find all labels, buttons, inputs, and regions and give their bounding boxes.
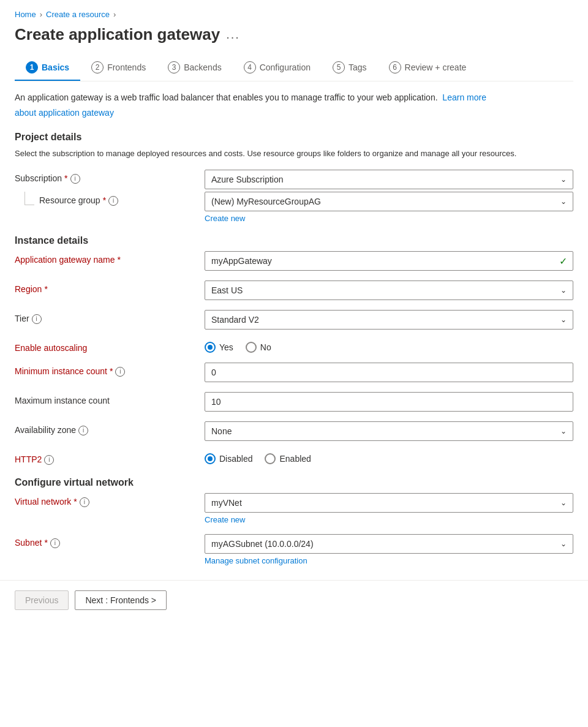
previous-button[interactable]: Previous — [15, 590, 69, 610]
subnet-dropdown[interactable]: myAGSubnet (10.0.0.0/24) ⌄ — [205, 534, 573, 554]
tier-info-icon[interactable]: i — [32, 314, 42, 324]
virtual-network-info-icon[interactable]: i — [80, 497, 89, 507]
autoscaling-yes-label: Yes — [219, 342, 233, 352]
virtual-network-required: * — [74, 497, 77, 507]
breadcrumb: Home › Create a resource › — [15, 10, 573, 19]
tab-tags[interactable]: 5 Tags — [322, 55, 378, 81]
max-instance-row: Maximum instance count — [15, 392, 573, 412]
virtual-network-dropdown-arrow: ⌄ — [560, 499, 567, 507]
learn-more-link[interactable]: Learn more — [442, 92, 486, 102]
region-label: Region — [15, 284, 42, 294]
region-dropdown[interactable]: East US ⌄ — [205, 281, 573, 300]
tier-value: Standard V2 — [211, 315, 259, 325]
resource-group-control: (New) MyResourceGroupAG ⌄ Create new — [205, 192, 573, 223]
autoscaling-yes-radio[interactable]: Yes — [205, 342, 233, 353]
autoscaling-yes-circle — [205, 342, 216, 353]
app-gateway-name-required: * — [117, 255, 120, 265]
availability-zone-dropdown-arrow: ⌄ — [560, 427, 567, 435]
max-instance-input[interactable] — [205, 392, 573, 412]
autoscaling-label-col: Enable autoscaling — [15, 339, 205, 353]
manage-subnet-link[interactable]: Manage subnet configuration — [205, 556, 307, 565]
resource-group-info-icon[interactable]: i — [108, 196, 118, 206]
availability-zone-dropdown[interactable]: None ⌄ — [205, 421, 573, 441]
app-gateway-name-control: ✓ — [205, 251, 573, 271]
min-instance-info-icon[interactable]: i — [115, 367, 125, 377]
http2-label-col: HTTP2 i — [15, 451, 205, 465]
http2-enabled-radio[interactable]: Enabled — [265, 453, 311, 464]
min-instance-row: Minimum instance count * i — [15, 363, 573, 382]
subscription-dropdown[interactable]: Azure Subscription ⌄ — [205, 170, 573, 189]
http2-disabled-radio[interactable]: Disabled — [205, 453, 252, 464]
min-instance-input[interactable] — [205, 363, 573, 382]
autoscaling-no-radio[interactable]: No — [246, 342, 271, 353]
max-instance-control — [205, 392, 573, 412]
max-instance-label: Maximum instance count — [15, 396, 110, 405]
tab-backends[interactable]: 3 Backends — [157, 55, 232, 81]
subnet-label: Subnet — [15, 538, 42, 548]
subnet-control: myAGSubnet (10.0.0.0/24) ⌄ Manage subnet… — [205, 534, 573, 565]
http2-row: HTTP2 i Disabled Enabled — [15, 451, 573, 465]
create-new-vnet-link[interactable]: Create new — [205, 515, 245, 524]
tab-tags-label: Tags — [349, 62, 367, 72]
tab-review-create[interactable]: 6 Review + create — [378, 55, 478, 81]
http2-enabled-label: Enabled — [279, 454, 311, 464]
instance-details-heading: Instance details — [15, 235, 573, 246]
resource-group-required: * — [103, 195, 106, 205]
availability-zone-label-col: Availability zone i — [15, 421, 205, 435]
tier-row: Tier i Standard V2 ⌄ — [15, 310, 573, 330]
region-row: Region * East US ⌄ — [15, 281, 573, 300]
breadcrumb-home[interactable]: Home — [15, 10, 36, 19]
tab-frontends[interactable]: 2 Frontends — [80, 55, 157, 81]
resource-group-label-inner: Resource group * i — [39, 195, 118, 206]
breadcrumb-create-resource[interactable]: Create a resource — [46, 10, 110, 19]
page-title-menu[interactable]: ... — [226, 28, 240, 42]
subscription-info-icon[interactable]: i — [70, 174, 80, 184]
breadcrumb-sep1: › — [40, 10, 42, 19]
project-details-desc: Select the subscription to manage deploy… — [15, 148, 573, 160]
tab-basics-label: Basics — [42, 62, 69, 72]
app-gateway-name-input[interactable] — [205, 251, 573, 271]
max-instance-label-col: Maximum instance count — [15, 392, 205, 405]
tier-control: Standard V2 ⌄ — [205, 310, 573, 330]
region-control: East US ⌄ — [205, 281, 573, 300]
region-dropdown-arrow: ⌄ — [560, 286, 567, 295]
tab-configuration-label: Configuration — [260, 62, 311, 72]
breadcrumb-sep2: › — [113, 10, 116, 19]
tab-frontends-label: Frontends — [107, 62, 146, 72]
tab-tags-number: 5 — [333, 61, 345, 73]
autoscaling-no-circle — [246, 342, 257, 353]
resource-group-label: Resource group — [39, 195, 100, 205]
tier-label: Tier — [15, 314, 29, 323]
subnet-info-icon[interactable]: i — [50, 538, 60, 548]
tier-dropdown[interactable]: Standard V2 ⌄ — [205, 310, 573, 330]
autoscaling-no-label: No — [260, 342, 271, 352]
create-new-resource-group-link[interactable]: Create new — [205, 214, 245, 223]
tab-configuration[interactable]: 4 Configuration — [233, 55, 322, 81]
resource-group-dropdown[interactable]: (New) MyResourceGroupAG ⌄ — [205, 192, 573, 211]
tab-basics[interactable]: 1 Basics — [15, 55, 80, 81]
app-gateway-name-label: Application gateway name — [15, 255, 115, 265]
app-gateway-name-label-col: Application gateway name * — [15, 251, 205, 265]
subnet-value: myAGSubnet (10.0.0.0/24) — [211, 539, 314, 549]
tier-dropdown-arrow: ⌄ — [560, 315, 567, 324]
page-title: Create application gateway — [15, 25, 220, 44]
virtual-network-heading: Configure virtual network — [15, 477, 573, 488]
about-application-gateway-link[interactable]: about application gateway — [15, 108, 114, 118]
http2-info-icon[interactable]: i — [44, 455, 54, 465]
http2-enabled-circle — [265, 453, 276, 464]
about-link: about application gateway — [15, 107, 573, 119]
availability-zone-row: Availability zone i None ⌄ — [15, 421, 573, 441]
virtual-network-dropdown[interactable]: myVNet ⌄ — [205, 493, 573, 513]
subscription-label: Subscription — [15, 173, 62, 183]
tab-backends-number: 3 — [168, 61, 180, 73]
next-button[interactable]: Next : Frontends > — [75, 590, 167, 610]
rg-indent-line — [24, 192, 34, 205]
http2-radio-group: Disabled Enabled — [205, 451, 573, 464]
subnet-label-col: Subnet * i — [15, 534, 205, 548]
tier-label-col: Tier i — [15, 310, 205, 324]
app-gateway-name-row: Application gateway name * ✓ — [15, 251, 573, 271]
availability-zone-info-icon[interactable]: i — [78, 426, 88, 435]
tab-configuration-number: 4 — [244, 61, 256, 73]
min-instance-label-col: Minimum instance count * i — [15, 363, 205, 377]
tab-review-number: 6 — [389, 61, 401, 73]
